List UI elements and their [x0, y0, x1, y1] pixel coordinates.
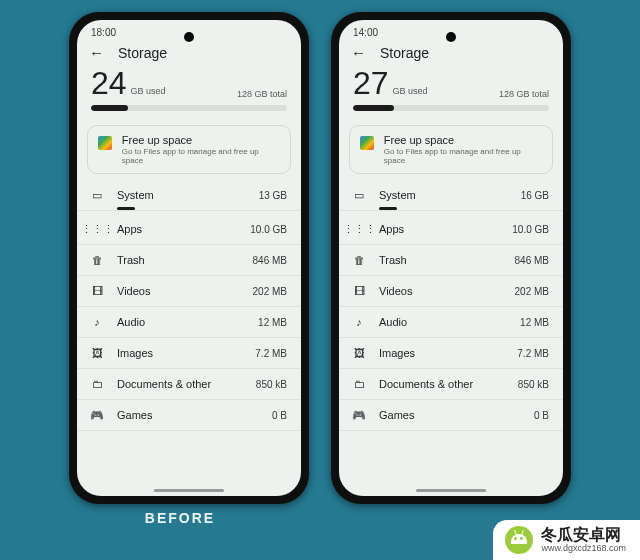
row-label: Games	[379, 409, 520, 421]
back-arrow-icon[interactable]: ←	[351, 44, 366, 61]
page-title: Storage	[380, 45, 429, 61]
status-time: 14:00	[353, 27, 378, 38]
storage-row[interactable]: ▭System16 GB	[339, 180, 563, 211]
row-label: System	[117, 189, 245, 201]
header: ←Storage	[77, 44, 301, 65]
trash-icon: 🗑	[353, 254, 365, 266]
watermark-footer: 冬瓜安卓网 www.dgxcdz168.com	[493, 520, 640, 560]
card-title: Free up space	[384, 134, 542, 146]
row-value: 13 GB	[259, 190, 287, 201]
storage-row[interactable]: ⋮⋮⋮Apps10.0 GB	[77, 214, 301, 245]
used-value: 24	[91, 65, 127, 101]
row-label: Videos	[117, 285, 239, 297]
android-logo-icon	[505, 526, 533, 554]
used-unit: GB used	[393, 86, 428, 96]
row-label: Apps	[379, 223, 498, 235]
row-label: Trash	[117, 254, 239, 266]
row-value: 12 MB	[258, 317, 287, 328]
phone-screen: 14:00←Storage27GB used128 GB totalFree u…	[339, 20, 563, 496]
storage-row[interactable]: 🗀Documents & other850 kB	[339, 369, 563, 400]
row-value: 850 kB	[256, 379, 287, 390]
storage-bar-fill	[91, 105, 128, 111]
storage-row[interactable]: 🗑Trash846 MB	[77, 245, 301, 276]
free-up-space-card[interactable]: Free up spaceGo to Files app to manage a…	[87, 125, 291, 174]
row-label: Videos	[379, 285, 501, 297]
games-icon: 🎮	[91, 409, 103, 421]
phone-icon: ▭	[91, 189, 103, 201]
games-icon: 🎮	[353, 409, 365, 421]
storage-bar	[353, 105, 549, 111]
storage-row[interactable]: ▭System13 GB	[77, 180, 301, 211]
back-arrow-icon[interactable]: ←	[89, 44, 104, 61]
row-value: 846 MB	[253, 255, 287, 266]
row-value: 12 MB	[520, 317, 549, 328]
gesture-bar	[154, 489, 224, 492]
row-label: Audio	[117, 316, 244, 328]
phone-mockup: 14:00←Storage27GB used128 GB totalFree u…	[331, 12, 571, 504]
row-label: System	[379, 189, 507, 201]
phone-screen: 18:00←Storage24GB used128 GB totalFree u…	[77, 20, 301, 496]
storage-bar	[91, 105, 287, 111]
phone-mockup: 18:00←Storage24GB used128 GB totalFree u…	[69, 12, 309, 504]
storage-row[interactable]: ⋮⋮⋮Apps10.0 GB	[339, 214, 563, 245]
camera-cutout	[446, 32, 456, 42]
row-label: Games	[117, 409, 258, 421]
storage-row[interactable]: ♪Audio12 MB	[339, 307, 563, 338]
row-value: 7.2 MB	[517, 348, 549, 359]
row-value: 202 MB	[253, 286, 287, 297]
free-up-space-card[interactable]: Free up spaceGo to Files app to manage a…	[349, 125, 553, 174]
storage-row[interactable]: 🎮Games0 B	[77, 400, 301, 431]
storage-row[interactable]: 🎞Videos202 MB	[339, 276, 563, 307]
storage-row[interactable]: 🎞Videos202 MB	[77, 276, 301, 307]
phone-icon: ▭	[353, 189, 365, 201]
brand-name: 冬瓜安卓网	[541, 527, 626, 543]
audio-icon: ♪	[353, 316, 365, 328]
card-title: Free up space	[122, 134, 280, 146]
storage-row[interactable]: ♪Audio12 MB	[77, 307, 301, 338]
apps-icon: ⋮⋮⋮	[353, 223, 365, 235]
row-label: Trash	[379, 254, 501, 266]
row-value: 16 GB	[521, 190, 549, 201]
row-label: Documents & other	[379, 378, 504, 390]
brand-url: www.dgxcdz168.com	[541, 543, 626, 553]
row-value: 7.2 MB	[255, 348, 287, 359]
storage-row[interactable]: 🎮Games0 B	[339, 400, 563, 431]
videos-icon: 🎞	[353, 285, 365, 297]
header: ←Storage	[339, 44, 563, 65]
camera-cutout	[184, 32, 194, 42]
row-value: 0 B	[272, 410, 287, 421]
card-subtitle: Go to Files app to manage and free up sp…	[122, 147, 280, 165]
row-label: Images	[117, 347, 241, 359]
storage-row[interactable]: 🖼Images7.2 MB	[339, 338, 563, 369]
row-label: Images	[379, 347, 503, 359]
docs-icon: 🗀	[353, 378, 365, 390]
videos-icon: 🎞	[91, 285, 103, 297]
row-value: 0 B	[534, 410, 549, 421]
row-label: Documents & other	[117, 378, 242, 390]
status-time: 18:00	[91, 27, 116, 38]
files-app-icon	[360, 136, 374, 150]
storage-row[interactable]: 🗀Documents & other850 kB	[77, 369, 301, 400]
audio-icon: ♪	[91, 316, 103, 328]
apps-icon: ⋮⋮⋮	[91, 223, 103, 235]
card-subtitle: Go to Files app to manage and free up sp…	[384, 147, 542, 165]
storage-row[interactable]: 🗑Trash846 MB	[339, 245, 563, 276]
row-value: 850 kB	[518, 379, 549, 390]
gesture-bar	[416, 489, 486, 492]
total-storage: 128 GB total	[237, 89, 287, 99]
row-value: 10.0 GB	[250, 224, 287, 235]
usage-summary: 24GB used128 GB total	[77, 65, 301, 103]
row-value: 10.0 GB	[512, 224, 549, 235]
docs-icon: 🗀	[91, 378, 103, 390]
usage-summary: 27GB used128 GB total	[339, 65, 563, 103]
page-title: Storage	[118, 45, 167, 61]
row-label: Audio	[379, 316, 506, 328]
before-label: BEFORE	[60, 510, 300, 526]
files-app-icon	[98, 136, 112, 150]
images-icon: 🖼	[353, 347, 365, 359]
storage-row[interactable]: 🖼Images7.2 MB	[77, 338, 301, 369]
category-indicator	[117, 207, 135, 210]
used-unit: GB used	[131, 86, 166, 96]
category-indicator	[379, 207, 397, 210]
row-value: 846 MB	[515, 255, 549, 266]
